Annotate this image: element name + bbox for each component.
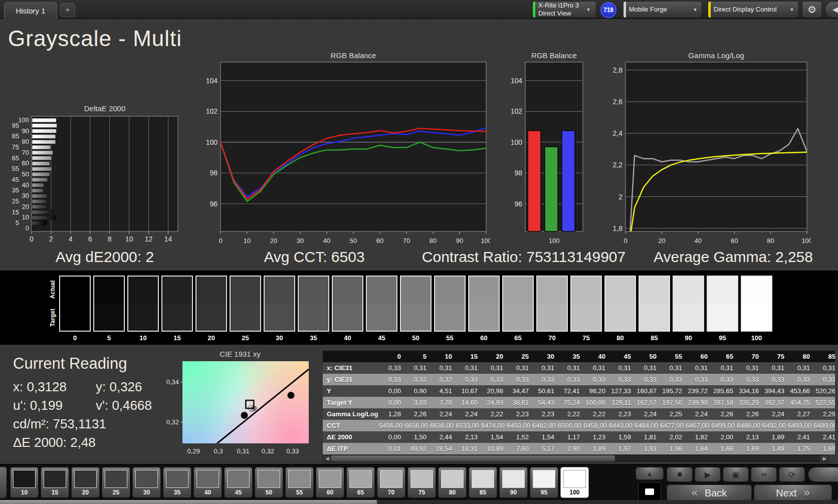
patch-button-55[interactable]: 55 [285,467,314,498]
add-tab-button[interactable]: + [60,3,75,17]
table-column-header: 85 [813,351,835,362]
grayscale-swatch-95: 95 [707,276,738,342]
table-cell: 0,31 [404,362,430,374]
read-series-button[interactable]: ▣ [723,467,749,482]
table-column-header: 30 [532,351,558,362]
back-chevrons-icon: « [692,486,698,499]
table-cell: 7,78 [430,397,456,408]
swatch-actual [742,277,771,304]
patch-button-label: 30 [143,489,150,496]
svg-text:60: 60 [731,237,738,244]
tab-history-1[interactable]: History 1 [4,2,57,19]
table-column-header: 50 [635,351,660,362]
scrollbar-track[interactable] [331,455,820,461]
svg-text:98: 98 [514,169,522,177]
swatch-label: 10 [127,334,159,342]
swatch-actual [537,277,567,304]
meter-profile-badge[interactable]: 718 [600,2,616,18]
swatch-target [367,304,396,331]
patch-button-40[interactable]: 40 [193,467,222,498]
patch-swatch [13,470,36,488]
table-cell: 287,18 [711,397,737,408]
svg-text:100: 100 [511,138,523,146]
collapse-panel-button[interactable]: ◀ [825,1,838,18]
patch-button-45[interactable]: 45 [224,467,253,498]
display-control-dropdown[interactable]: Direct Display Control ▼ [708,1,799,18]
meter-dropdown[interactable]: X-Rite i1Pro 3 Direct View ▼ [532,1,596,18]
back-button[interactable]: « Back [667,484,752,501]
swatch-actual [265,277,294,304]
patch-button-75[interactable]: 75 [407,467,436,498]
table-cell: 1,50 [404,431,430,443]
table-cell: 2,23 [609,408,635,420]
patch-button-clipped[interactable] [0,467,7,498]
up-arrow-icon: ▲ [647,470,653,477]
grayscale-swatch-75: 75 [570,276,602,342]
patch-button-label: 65 [357,489,364,496]
patch-button-10[interactable]: 10 [10,467,39,498]
patch-button-85[interactable]: 85 [469,467,497,498]
next-button[interactable]: Next » [754,484,832,501]
svg-text:0: 0 [219,237,222,244]
table-cell: 2,22 [481,408,507,420]
patch-list-up-button[interactable]: ▲ [636,467,664,480]
table-column-header: 10 [430,351,456,362]
table-cell: 6638,00 [430,420,456,431]
patch-button-35[interactable]: 35 [163,467,191,498]
patch-button-25[interactable]: 25 [102,467,130,498]
table-cell: 18,31 [456,443,481,454]
stop-button[interactable]: ■ [667,467,693,482]
scrollbar-thumb[interactable] [331,455,615,461]
swatch-target [742,304,771,331]
patch-button-20[interactable]: 20 [71,467,100,498]
svg-text:25: 25 [12,197,19,205]
patch-button-90[interactable]: 90 [499,467,528,498]
swatch-target [265,304,294,331]
svg-text:0,29: 0,29 [187,447,200,455]
svg-text:60: 60 [22,159,29,167]
table-cell: 1,64 [686,443,711,454]
table-horizontal-scrollbar[interactable]: ◀ ▶ [323,455,829,462]
table-cell: 0,00 [379,397,404,408]
swatch-actual [196,277,226,304]
patch-button-80[interactable]: 80 [438,467,467,498]
source-dropdown[interactable]: Mobile Forge ▼ [623,1,702,18]
patch-button-70[interactable]: 70 [377,467,405,498]
patch-button-50[interactable]: 50 [255,467,283,498]
table-cell: 2,27 [788,408,813,420]
patch-button-label: 95 [541,489,547,496]
swatch-actual [401,277,431,304]
display-control-label: Direct Display Control [711,6,785,14]
table-cell: 0,33 [737,374,762,385]
scroll-left-icon[interactable]: ◀ [323,455,331,461]
patch-button-60[interactable]: 60 [316,467,344,498]
table-cell: 1,54 [532,431,558,443]
refresh-button[interactable]: ⟳ [779,467,805,482]
svg-text:85: 85 [12,132,19,140]
play-button[interactable]: ▶ [695,467,721,482]
patch-scrollbar-thumb[interactable] [0,500,377,504]
partial-button[interactable] [808,467,838,482]
table-cell: 2,22 [558,408,583,420]
patch-button-15[interactable]: 15 [41,467,69,498]
patch-button-100[interactable]: 100 [560,467,589,498]
settings-button[interactable]: ⚙ [802,1,822,18]
patch-button-65[interactable]: 65 [346,467,375,498]
scroll-right-icon[interactable]: ▶ [820,455,828,461]
table-cell: 2,13 [737,431,762,443]
svg-text:0: 0 [623,237,627,244]
reading-x: x: 0,3128 [13,378,96,396]
table-cell: 6492,00 [762,420,788,431]
continuous-loop-button[interactable]: ∞ [751,467,777,482]
chevron-down-icon: ▼ [582,7,595,13]
svg-text:0,33: 0,33 [286,447,299,455]
svg-text:0,32: 0,32 [262,447,274,455]
patch-button-30[interactable]: 30 [132,467,161,498]
patch-button-95[interactable]: 95 [530,467,558,498]
svg-text:0,34: 0,34 [166,378,179,386]
table-cell: 392,37 [762,397,788,408]
svg-text:12: 12 [145,235,153,243]
patch-strip-scrollbar[interactable] [0,500,838,504]
table-row-label: ΔE ITP [323,443,379,454]
pattern-display-button[interactable] [638,482,661,501]
